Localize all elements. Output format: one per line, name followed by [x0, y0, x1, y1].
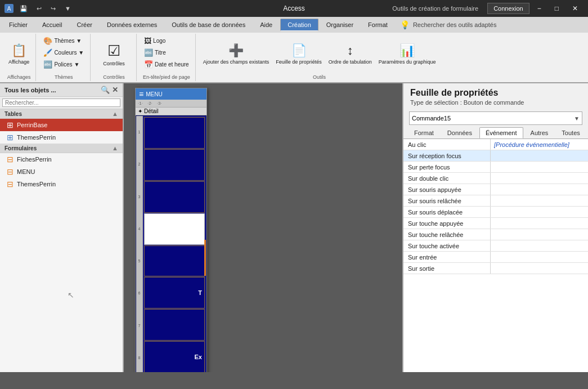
selection-handle	[204, 240, 206, 276]
lightbulb-icon[interactable]: 💡	[400, 20, 410, 29]
tables-label: Tables	[5, 111, 22, 117]
close-panel-icon[interactable]: ✕	[112, 86, 118, 94]
ruler-v8: 8	[138, 356, 141, 360]
tab-format[interactable]: Format	[361, 19, 394, 30]
formulaires-collapse-icon[interactable]: ▲	[112, 145, 118, 151]
controles-label: Contrôles	[103, 61, 125, 66]
grid-cell-2	[144, 149, 205, 181]
parametres-graphique-button[interactable]: 📊 Paramètres du graphique	[376, 35, 439, 73]
undo-button[interactable]: ↩	[34, 4, 44, 14]
props-row-sur-double[interactable]: Sur double clic	[403, 173, 588, 184]
controles-button[interactable]: ☑ Contrôles	[100, 35, 128, 73]
nav-item-fichesperrin[interactable]: ⊟ FichesPerrin	[0, 153, 123, 166]
save-button[interactable]: 💾	[17, 4, 30, 14]
date-heure-button[interactable]: 📅 Date et heure	[141, 59, 192, 70]
props-selector[interactable]: Commande15 ▼	[409, 111, 582, 125]
tab-fichier[interactable]: Fichier	[2, 19, 34, 30]
polices-button[interactable]: 🔤 Polices ▼	[41, 59, 87, 70]
souris-deplacee-value	[491, 207, 588, 217]
grid-cell-7	[144, 309, 205, 341]
entete-group-label: En-tête/pied de page	[143, 73, 190, 80]
login-button[interactable]: Connexion	[487, 3, 529, 14]
ordre-tabulation-button[interactable]: ↕ Ordre de tabulation	[326, 35, 375, 73]
titre-icon: 🔤	[144, 48, 153, 57]
title-bar: A 💾 ↩ ↪ ▼ Access Outils de création de f…	[0, 0, 588, 17]
touche-relachee-value	[491, 229, 588, 240]
tab-evenement[interactable]: Événement	[479, 127, 523, 138]
tables-collapse-icon[interactable]: ▲	[112, 110, 118, 117]
form-title-icon: ≡	[139, 90, 143, 99]
souris-appuyee-label: Sur souris appuyée	[403, 184, 491, 195]
outils-group-label: Outils	[313, 73, 326, 80]
search-icon[interactable]: 🔍	[101, 86, 110, 94]
props-row-sur-entree[interactable]: Sur entrée	[403, 252, 588, 263]
sur-perte-value	[491, 162, 588, 172]
tab-creation[interactable]: Création	[280, 19, 318, 31]
maximize-button[interactable]: □	[549, 2, 564, 15]
ruler-v3: 3	[138, 195, 141, 199]
souris-relachee-value	[491, 195, 588, 206]
ajouter-champs-button[interactable]: ➕ Ajouter des champs existants	[200, 35, 272, 73]
ribbon-group-outils: ➕ Ajouter des champs existants 📄 Feuille…	[197, 34, 442, 81]
props-row-sur-reception[interactable]: Sur réception focus	[403, 150, 588, 162]
sur-reception-label: Sur réception focus	[403, 150, 491, 161]
tab-accueil[interactable]: Accueil	[35, 19, 69, 30]
redo-button[interactable]: ↪	[48, 4, 59, 14]
fichesperrin-label: FichesPerrin	[17, 156, 52, 163]
affichage-icon: 📋	[11, 43, 26, 58]
minimize-button[interactable]: −	[532, 2, 547, 15]
feuille-proprietes-button[interactable]: 📄 Feuille de propriétés	[273, 35, 325, 73]
ribbon-group-entete: 🖼 Logo 🔤 Titre 📅 Date et heure En-tête/p…	[138, 34, 196, 81]
nav-item-themesperrin-table[interactable]: ⊞ ThemesPerrin	[0, 131, 123, 144]
search-ribbon-label[interactable]: Rechercher des outils adaptés	[413, 21, 497, 28]
props-table: Au clic [Procédure événementielle] Sur r…	[403, 139, 588, 372]
couleurs-button[interactable]: 🖌️ Couleurs ▼	[41, 47, 87, 58]
title-bar-right: Outils de création de formulaire Connexi…	[392, 2, 583, 15]
themes-content: 🎨 Thèmes ▼ 🖌️ Couleurs ▼ 🔤 Polices ▼	[41, 35, 87, 73]
grid-cell-4	[144, 213, 205, 245]
props-row-touche-appuyee[interactable]: Sur touche appuyée	[403, 218, 588, 229]
props-row-touche-relachee[interactable]: Sur touche relâchée	[403, 229, 588, 240]
ajouter-champs-icon: ➕	[228, 43, 244, 58]
props-row-souris-relachee[interactable]: Sur souris relâchée	[403, 195, 588, 207]
tab-donnees-externes[interactable]: Données externes	[100, 19, 164, 30]
props-tabs: Format Données Événement Autres Toutes	[403, 127, 588, 139]
sur-sortie-label: Sur sortie	[403, 263, 491, 274]
props-row-souris-deplacee[interactable]: Sur souris déplacée	[403, 207, 588, 218]
tab-outils-bdd[interactable]: Outils de base de données	[165, 19, 252, 30]
feuille-proprietes-label: Feuille de propriétés	[276, 59, 322, 65]
titre-button[interactable]: 🔤 Titre	[141, 47, 192, 58]
form-title-bar: ≡ MENU	[136, 88, 207, 100]
tab-organiser[interactable]: Organiser	[320, 19, 360, 30]
ordre-tab-label: Ordre de tabulation	[329, 59, 372, 65]
themes-col: 🎨 Thèmes ▼ 🖌️ Couleurs ▼ 🔤 Polices ▼	[41, 35, 87, 70]
themes-button[interactable]: 🎨 Thèmes ▼	[41, 35, 87, 46]
tab-aide[interactable]: Aide	[253, 19, 279, 30]
tab-autres[interactable]: Autres	[524, 127, 555, 138]
props-row-sur-sortie[interactable]: Sur sortie	[403, 263, 588, 274]
nav-item-perrinbase[interactable]: ⊞ PerrinBase	[0, 119, 123, 131]
tab-toutes[interactable]: Toutes	[555, 127, 586, 138]
tab-format[interactable]: Format	[408, 127, 440, 138]
quick-access-button[interactable]: ▼	[62, 4, 74, 13]
affichage-button[interactable]: 📋 Affichage	[6, 35, 32, 73]
ajouter-champs-label: Ajouter des champs existants	[203, 59, 270, 65]
logo-button[interactable]: 🖼 Logo	[141, 35, 192, 46]
props-row-souris-appuyee[interactable]: Sur souris appuyée	[403, 184, 588, 195]
left-panel-header-icons: 🔍 ✕	[101, 86, 118, 94]
tab-creer[interactable]: Créer	[70, 19, 99, 30]
main-layout: Tous les objets ... 🔍 ✕ Tables ▲ ⊞ Perri…	[0, 83, 588, 372]
props-row-touche-activee[interactable]: Sur touche activée	[403, 240, 588, 252]
props-row-au-clic[interactable]: Au clic [Procédure événementielle]	[403, 139, 588, 150]
sur-entree-value	[491, 252, 588, 262]
tab-donnees[interactable]: Données	[441, 127, 478, 138]
nav-item-themesperrin-form[interactable]: ⊟ ThemesPerrin	[0, 178, 123, 190]
props-row-sur-perte[interactable]: Sur perte focus	[403, 162, 588, 173]
nav-item-menu[interactable]: ⊟ MENU	[0, 166, 123, 178]
left-panel-header: Tous les objets ... 🔍 ✕	[0, 83, 123, 97]
search-input[interactable]	[2, 99, 120, 107]
props-subtitle: Type de sélection : Bouton de commande	[403, 99, 588, 109]
logo-icon: 🖼	[144, 37, 151, 45]
grid-cell-6: T	[144, 277, 205, 308]
close-button[interactable]: ✕	[567, 2, 583, 15]
